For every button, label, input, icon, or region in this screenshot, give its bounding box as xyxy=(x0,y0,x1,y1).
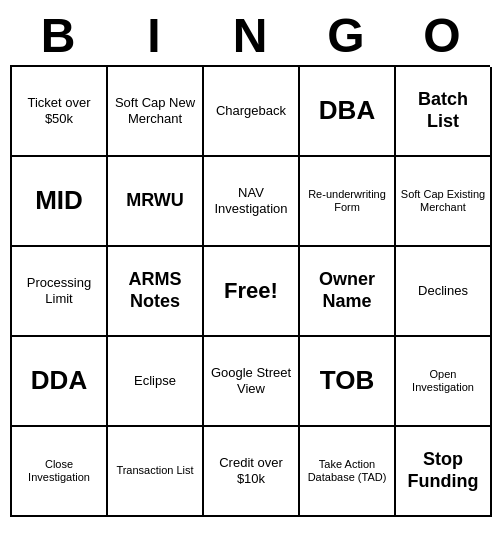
cell-text-r2-c1: ARMS Notes xyxy=(112,269,198,312)
cell-r2-c0[interactable]: Processing Limit xyxy=(12,247,108,337)
cell-r3-c0[interactable]: DDA xyxy=(12,337,108,427)
cell-text-r2-c4: Declines xyxy=(418,283,468,299)
cell-text-r4-c2: Credit over $10k xyxy=(208,455,294,486)
cell-text-r3-c3: TOB xyxy=(320,365,374,396)
cell-text-r0-c1: Soft Cap New Merchant xyxy=(112,95,198,126)
cell-r0-c3[interactable]: DBA xyxy=(300,67,396,157)
cell-text-r3-c2: Google Street View xyxy=(208,365,294,396)
header-letter-B: B xyxy=(14,8,102,63)
cell-r4-c1[interactable]: Transaction List xyxy=(108,427,204,517)
cell-text-r3-c4: Open Investigation xyxy=(400,368,486,394)
cell-r1-c4[interactable]: Soft Cap Existing Merchant xyxy=(396,157,492,247)
cell-r4-c0[interactable]: Close Investigation xyxy=(12,427,108,517)
cell-r1-c2[interactable]: NAV Investigation xyxy=(204,157,300,247)
cell-text-r3-c0: DDA xyxy=(31,365,87,396)
cell-r2-c3[interactable]: Owner Name xyxy=(300,247,396,337)
cell-text-r1-c0: MID xyxy=(35,185,83,216)
cell-text-r0-c2: Chargeback xyxy=(216,103,286,119)
cell-r2-c4[interactable]: Declines xyxy=(396,247,492,337)
cell-r1-c0[interactable]: MID xyxy=(12,157,108,247)
cell-text-r1-c2: NAV Investigation xyxy=(208,185,294,216)
cell-r3-c2[interactable]: Google Street View xyxy=(204,337,300,427)
cell-r4-c2[interactable]: Credit over $10k xyxy=(204,427,300,517)
bingo-grid: Ticket over $50kSoft Cap New MerchantCha… xyxy=(10,65,490,517)
header-letter-G: G xyxy=(302,8,390,63)
cell-text-r1-c3: Re-underwriting Form xyxy=(304,188,390,214)
cell-text-r0-c0: Ticket over $50k xyxy=(16,95,102,126)
cell-r4-c4[interactable]: Stop Funding xyxy=(396,427,492,517)
cell-text-r0-c3: DBA xyxy=(319,95,375,126)
cell-r0-c1[interactable]: Soft Cap New Merchant xyxy=(108,67,204,157)
header-letter-I: I xyxy=(110,8,198,63)
cell-text-r2-c3: Owner Name xyxy=(304,269,390,312)
cell-r3-c1[interactable]: Eclipse xyxy=(108,337,204,427)
header-letter-N: N xyxy=(206,8,294,63)
cell-r2-c2[interactable]: Free! xyxy=(204,247,300,337)
cell-text-r1-c4: Soft Cap Existing Merchant xyxy=(400,188,486,214)
cell-r0-c2[interactable]: Chargeback xyxy=(204,67,300,157)
cell-text-r4-c3: Take Action Database (TAD) xyxy=(304,458,390,484)
cell-text-r4-c1: Transaction List xyxy=(116,464,193,477)
cell-text-r3-c1: Eclipse xyxy=(134,373,176,389)
cell-text-r2-c0: Processing Limit xyxy=(16,275,102,306)
cell-r3-c4[interactable]: Open Investigation xyxy=(396,337,492,427)
cell-text-r2-c2: Free! xyxy=(224,278,278,304)
cell-r0-c0[interactable]: Ticket over $50k xyxy=(12,67,108,157)
bingo-card: BINGO Ticket over $50kSoft Cap New Merch… xyxy=(10,8,490,517)
bingo-header: BINGO xyxy=(10,8,490,63)
cell-text-r0-c4: Batch List xyxy=(400,89,486,132)
cell-r1-c1[interactable]: MRWU xyxy=(108,157,204,247)
header-letter-O: O xyxy=(398,8,486,63)
cell-text-r4-c4: Stop Funding xyxy=(400,449,486,492)
cell-r0-c4[interactable]: Batch List xyxy=(396,67,492,157)
cell-text-r4-c0: Close Investigation xyxy=(16,458,102,484)
cell-text-r1-c1: MRWU xyxy=(126,190,184,212)
cell-r3-c3[interactable]: TOB xyxy=(300,337,396,427)
cell-r1-c3[interactable]: Re-underwriting Form xyxy=(300,157,396,247)
cell-r4-c3[interactable]: Take Action Database (TAD) xyxy=(300,427,396,517)
cell-r2-c1[interactable]: ARMS Notes xyxy=(108,247,204,337)
